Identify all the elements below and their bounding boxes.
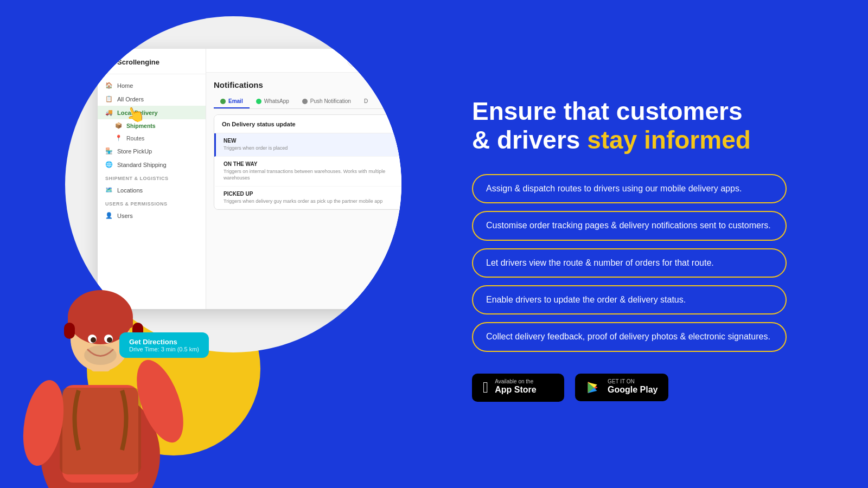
svg-point-15 (84, 345, 117, 365)
feature-item-4: Enable drivers to update the order & del… (472, 285, 787, 314)
item-title: NEW (224, 138, 397, 144)
directions-title: Get Directions (129, 338, 199, 346)
app-store-sub: Available on the (495, 379, 536, 384)
headline: Ensure that customers & drivers stay inf… (472, 97, 835, 155)
wa-tab-dot (256, 99, 261, 104)
tab-d[interactable]: D (358, 95, 374, 108)
item-desc: Triggers when order is placed (224, 145, 397, 152)
google-play-button[interactable]: GET IT ON Google Play (575, 374, 668, 401)
headline-line1: Ensure that customers (472, 97, 742, 125)
svg-rect-2 (60, 388, 141, 474)
tab-whatsapp[interactable]: WhatsApp (250, 95, 296, 108)
left-section: Scrollengine 🏠 Home 📋 All Orders 🚚 Local… (0, 0, 445, 488)
sidebar-subitem-label: Routes (126, 135, 144, 142)
google-play-sub: GET IT ON (608, 379, 658, 384)
google-play-main: Google Play (608, 384, 658, 396)
item-desc: Triggers when delivery guy marks order a… (224, 198, 397, 205)
tab-label: WhatsApp (264, 98, 289, 104)
shipments-icon: 📦 (115, 122, 122, 129)
delivery-item-on-way[interactable]: ON THE WAY Triggers on internal transact… (214, 157, 401, 187)
google-play-icon (586, 380, 601, 395)
sidebar-item-label: Store PickUp (117, 148, 152, 155)
feature-item-2: Customise order tracking pages & deliver… (472, 211, 787, 240)
delivery-header: On Delivery status update ∧ (214, 115, 401, 133)
notifications-panel: Notifications Email WhatsApp (206, 73, 401, 217)
directions-tooltip: Get Directions Drive Time: 3 min (0.5 km… (119, 332, 209, 358)
directions-sub: Drive Time: 3 min (0.5 km) (129, 346, 199, 352)
search-icon: 🔍 (354, 57, 362, 64)
sidebar-subitem-shipments[interactable]: 📦 Shipments (98, 119, 206, 132)
notifications-title: Notifications (214, 80, 401, 89)
routes-icon: 📍 (115, 134, 122, 142)
orders-icon: 📋 (105, 95, 113, 102)
store-icon: 🏪 (105, 147, 113, 155)
google-play-text: GET IT ON Google Play (608, 379, 658, 396)
app-store-button[interactable]:  Available on the App Store (472, 374, 564, 402)
sidebar-item-label: Users (117, 213, 133, 219)
tab-label: Email (228, 98, 243, 104)
search-placeholder: View search (365, 57, 398, 64)
users-icon: 👤 (105, 212, 113, 219)
home-icon: 🏠 (105, 82, 113, 89)
delivery-item-new[interactable]: NEW Triggers when order is placed (214, 133, 401, 157)
item-desc: Triggers on internal transactions betwee… (224, 168, 397, 182)
apple-icon:  (483, 379, 488, 396)
email-tab-dot (220, 99, 226, 104)
collapse-icon[interactable]: ∧ (392, 120, 397, 127)
sidebar-logo: Scrollengine (98, 57, 206, 74)
section-label-users: Users & Permissions (98, 197, 206, 209)
headline-highlight: stay informed (587, 126, 751, 154)
sidebar-item-home[interactable]: 🏠 Home (98, 79, 206, 92)
search-bar[interactable]: 🔍 View search (347, 54, 401, 67)
svg-rect-8 (68, 317, 133, 328)
sidebar-item-locations[interactable]: 🗺️ Locations (98, 183, 206, 197)
app-store-main: App Store (495, 384, 536, 396)
svg-point-14 (107, 337, 112, 343)
sidebar-subitem-routes[interactable]: 📍 Routes (98, 132, 206, 144)
shipping-icon: 🌐 (105, 161, 113, 168)
svg-rect-9 (64, 323, 75, 339)
tab-push[interactable]: Push Notification (296, 95, 358, 108)
delivery-section: On Delivery status update ∧ NEW Triggers… (214, 114, 401, 210)
tab-email[interactable]: Email (214, 95, 250, 108)
sidebar-item-store-pickup[interactable]: 🏪 Store PickUp (98, 144, 206, 158)
tabs-row: Email WhatsApp Push Notification (214, 95, 401, 109)
feature-list: Assign & dispatch routes to drivers usin… (472, 174, 835, 352)
item-title: ON THE WAY (224, 161, 397, 167)
logo-text: Scrollengine (117, 58, 159, 66)
headline-line2: & drivers (472, 126, 587, 154)
feature-item-5: Collect delivery feedback, proof of deli… (472, 322, 787, 351)
right-section: Ensure that customers & drivers stay inf… (445, 0, 868, 488)
sidebar-item-label: Home (117, 82, 133, 89)
delivery-item-picked-up[interactable]: PICKED UP Triggers when delivery guy mar… (214, 187, 401, 210)
sidebar-item-label: All Orders (117, 96, 144, 102)
push-tab-dot (302, 99, 308, 104)
delivery-person (0, 228, 206, 488)
main-content: 🔍 View search Notifications Email (206, 49, 401, 309)
sidebar-item-label: Standard Shipping (117, 162, 167, 168)
store-buttons:  Available on the App Store GET IT ON G… (472, 374, 835, 402)
topbar: 🔍 View search (206, 49, 401, 73)
delivery-section-title: On Delivery status update (222, 121, 296, 127)
tab-label: D (364, 98, 368, 104)
app-store-text: Available on the App Store (495, 379, 536, 396)
sidebar-item-users[interactable]: 👤 Users (98, 209, 206, 222)
sidebar-item-label: Locations (117, 187, 143, 194)
sidebar-item-standard-shipping[interactable]: 🌐 Standard Shipping (98, 158, 206, 171)
delivery-icon: 🚚 (105, 109, 113, 116)
feature-item-3: Let drivers view the route & number of o… (472, 248, 787, 278)
sidebar-item-all-orders[interactable]: 📋 All Orders (98, 92, 206, 106)
locations-icon: 🗺️ (105, 187, 113, 194)
feature-item-1: Assign & dispatch routes to drivers usin… (472, 174, 787, 203)
tab-label: Push Notification (310, 98, 351, 104)
section-label-shipment: Shipment & Logistics (98, 171, 206, 183)
logo-icon (105, 57, 114, 66)
item-title: PICKED UP (224, 191, 397, 197)
sidebar-item-local-delivery[interactable]: 🚚 Local Delivery (98, 106, 206, 119)
svg-point-13 (91, 337, 96, 343)
